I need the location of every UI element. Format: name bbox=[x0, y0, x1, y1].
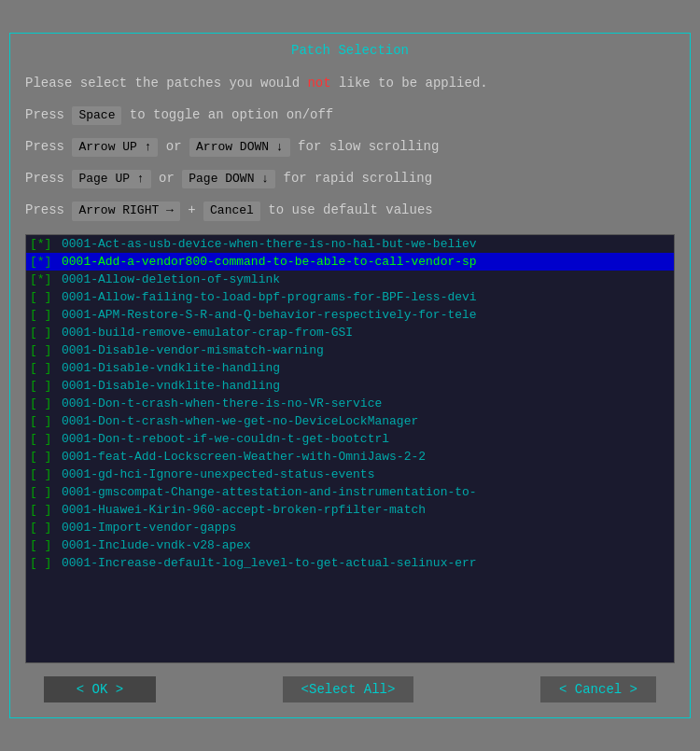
item-label: 0001-Don-t-crash-when-we-get-no-DeviceLo… bbox=[62, 414, 418, 428]
list-item[interactable]: [ ]0001-Don-t-crash-when-we-get-no-Devic… bbox=[26, 412, 674, 430]
checkbox-indicator: [ ] bbox=[30, 343, 58, 357]
item-label: 0001-Add-a-vendor800-command-to-be-able-… bbox=[62, 255, 477, 269]
checkbox-indicator: [ ] bbox=[30, 450, 58, 464]
checkbox-indicator: [ ] bbox=[30, 521, 58, 535]
list-item[interactable]: [ ]0001-Disable-vndklite-handling bbox=[26, 377, 674, 395]
list-item[interactable]: [ ]0001-gmscompat-Change-attestation-and… bbox=[26, 483, 674, 501]
item-label: 0001-Disable-vendor-mismatch-warning bbox=[62, 343, 324, 357]
instruction-page-updown: Press Page UP ↑ or Page DOWN ↓ for rapid… bbox=[25, 170, 675, 188]
checkbox-indicator: [ ] bbox=[30, 290, 58, 304]
checkbox-indicator: [ ] bbox=[30, 538, 58, 552]
instruction-arrow-updown: Press Arrow UP ↑ or Arrow DOWN ↓ for slo… bbox=[25, 138, 675, 157]
list-item[interactable]: [ ]0001-Don-t-reboot-if-we-couldn-t-get-… bbox=[26, 430, 674, 448]
page-up-key: Page UP ↑ bbox=[72, 170, 150, 188]
item-label: 0001-Don-t-crash-when-there-is-no-VR-ser… bbox=[62, 396, 382, 410]
checkbox-indicator: [ ] bbox=[30, 396, 58, 410]
list-item[interactable]: [ ]0001-Disable-vndklite-handling bbox=[26, 359, 674, 377]
item-label: 0001-APM-Restore-S-R-and-Q-behavior-resp… bbox=[62, 308, 477, 322]
list-item[interactable]: [ ]0001-Huawei-Kirin-960-accept-broken-r… bbox=[26, 501, 674, 519]
list-footer: {*} 9% bbox=[26, 662, 674, 663]
checkbox-indicator: [ ] bbox=[30, 485, 58, 499]
instruction-space: Press Space to toggle an option on/off bbox=[25, 106, 675, 125]
list-item[interactable]: [ ]0001-Disable-vendor-mismatch-warning bbox=[26, 341, 674, 359]
checkbox-indicator: [ ] bbox=[30, 326, 58, 340]
instruction-arrow-right: Press Arrow RIGHT → + Cancel to use defa… bbox=[25, 202, 675, 220]
checkbox-indicator: [*] bbox=[30, 237, 58, 251]
press-label-1: Press bbox=[25, 107, 72, 122]
arrow-up-key: Arrow UP ↑ bbox=[72, 138, 158, 157]
space-key: Space bbox=[72, 106, 121, 125]
page-down-key: Page DOWN ↓ bbox=[182, 170, 275, 188]
list-item[interactable]: [ ]0001-Increase-default-log_level-to-ge… bbox=[26, 554, 674, 572]
checkbox-indicator: [ ] bbox=[30, 503, 58, 517]
instruction-suffix-2: to toggle an option on/off bbox=[121, 107, 333, 122]
cancel-key: Cancel bbox=[203, 202, 260, 220]
item-label: 0001-Allow-failing-to-load-bpf-programs-… bbox=[62, 290, 477, 304]
or-label-1: or bbox=[158, 139, 189, 154]
arrow-right-key: Arrow RIGHT → bbox=[72, 202, 179, 220]
patch-selection-dialog: Patch Selection Please select the patche… bbox=[9, 33, 691, 717]
list-item[interactable]: [ ]0001-Allow-failing-to-load-bpf-progra… bbox=[26, 288, 674, 306]
or-label-2: or bbox=[151, 171, 183, 186]
checkbox-indicator: [ ] bbox=[30, 432, 58, 446]
checkbox-indicator: [ ] bbox=[30, 467, 58, 481]
item-label: 0001-Don-t-reboot-if-we-couldn-t-get-boo… bbox=[62, 432, 389, 446]
item-label: 0001-Act-as-usb-device-when-there-is-no-… bbox=[62, 237, 477, 251]
instruction-not: Please select the patches you would not … bbox=[25, 75, 675, 93]
plus-label: + bbox=[180, 202, 203, 217]
press-label-4: Press bbox=[25, 202, 72, 217]
dialog-title: Patch Selection bbox=[25, 43, 675, 58]
item-label: 0001-Disable-vndklite-handling bbox=[62, 379, 280, 393]
item-label: 0001-gd-hci-Ignore-unexpected-status-eve… bbox=[62, 467, 374, 481]
cancel-button[interactable]: < Cancel > bbox=[540, 676, 656, 702]
press-label-2: Press bbox=[25, 139, 72, 154]
list-item[interactable]: [*]0001-Allow-deletion-of-symlink bbox=[26, 271, 674, 288]
item-label: 0001-Include-vndk-v28-apex bbox=[62, 538, 251, 552]
list-item[interactable]: [*]0001-Act-as-usb-device-when-there-is-… bbox=[26, 235, 674, 253]
list-item[interactable]: [ ]0001-feat-Add-Lockscreen-Weather-with… bbox=[26, 448, 674, 466]
list-item[interactable]: [ ]0001-Import-vendor-gapps bbox=[26, 519, 674, 536]
checkbox-indicator: [ ] bbox=[30, 361, 58, 375]
list-item[interactable]: [ ]0001-build-remove-emulator-crap-from-… bbox=[26, 324, 674, 341]
item-label: 0001-Increase-default-log_level-to-get-a… bbox=[62, 556, 477, 570]
highlight-not: not bbox=[307, 76, 330, 90]
ok-button[interactable]: < OK > bbox=[44, 676, 156, 702]
list-item[interactable]: [ ]0001-Don-t-crash-when-there-is-no-VR-… bbox=[26, 395, 674, 412]
select-all-button[interactable]: <Select All> bbox=[283, 676, 414, 702]
list-item[interactable]: [*]0001-Add-a-vendor800-command-to-be-ab… bbox=[26, 253, 674, 271]
instruction-suffix-1: like to be applied. bbox=[331, 76, 488, 90]
checkbox-indicator: [*] bbox=[30, 255, 58, 269]
arrow-down-key: Arrow DOWN ↓ bbox=[189, 138, 290, 157]
checkbox-indicator: [ ] bbox=[30, 308, 58, 322]
scroll-rapid-label: for rapid scrolling bbox=[275, 171, 432, 186]
scroll-slow-label: for slow scrolling bbox=[290, 139, 440, 154]
default-values-label: to use default values bbox=[260, 202, 433, 217]
list-item[interactable]: [ ]0001-gd-hci-Ignore-unexpected-status-… bbox=[26, 466, 674, 483]
item-label: 0001-build-remove-emulator-crap-from-GSI bbox=[62, 326, 353, 340]
item-label: 0001-gmscompat-Change-attestation-and-in… bbox=[62, 485, 477, 499]
press-label-3: Press bbox=[25, 171, 72, 186]
item-label: 0001-Import-vendor-gapps bbox=[62, 521, 236, 535]
item-label: 0001-feat-Add-Lockscreen-Weather-with-Om… bbox=[62, 450, 426, 464]
item-label: 0001-Huawei-Kirin-960-accept-broken-rpfi… bbox=[62, 503, 426, 517]
patch-list-container: [*]0001-Act-as-usb-device-when-there-is-… bbox=[25, 234, 675, 663]
instruction-prefix-1: Please select the patches you would bbox=[25, 76, 307, 90]
checkbox-indicator: [ ] bbox=[30, 379, 58, 393]
checkbox-indicator: [*] bbox=[30, 272, 58, 286]
list-item[interactable]: [ ]0001-Include-vndk-v28-apex bbox=[26, 536, 674, 554]
item-label: 0001-Disable-vndklite-handling bbox=[62, 361, 280, 375]
buttons-row: < OK > <Select All> < Cancel > bbox=[25, 676, 675, 702]
item-label: 0001-Allow-deletion-of-symlink bbox=[62, 272, 280, 286]
patch-list[interactable]: [*]0001-Act-as-usb-device-when-there-is-… bbox=[26, 235, 674, 662]
checkbox-indicator: [ ] bbox=[30, 556, 58, 570]
checkbox-indicator: [ ] bbox=[30, 414, 58, 428]
list-item[interactable]: [ ]0001-APM-Restore-S-R-and-Q-behavior-r… bbox=[26, 306, 674, 324]
